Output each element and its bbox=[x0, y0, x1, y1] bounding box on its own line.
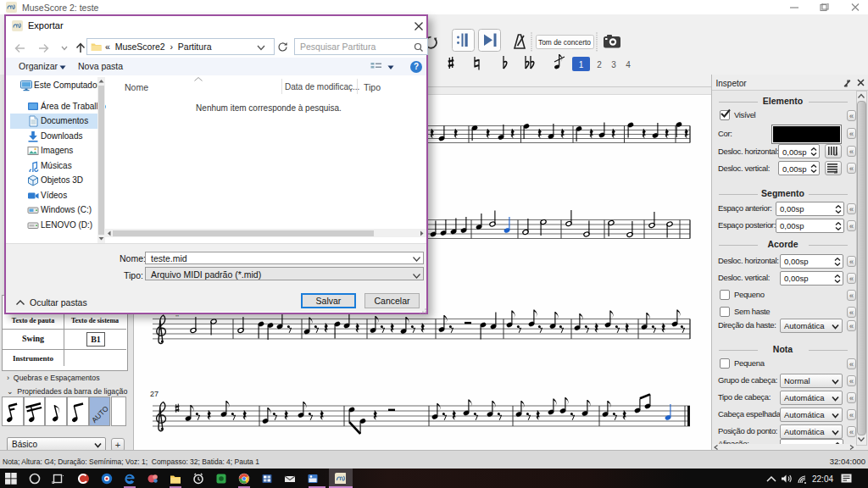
svg-text:2: 2 bbox=[597, 60, 602, 69]
svg-text:4: 4 bbox=[626, 60, 631, 69]
svg-text:3: 3 bbox=[611, 60, 616, 69]
svg-text:Tom de concerto: Tom de concerto bbox=[538, 38, 591, 47]
svg-text:27: 27 bbox=[150, 390, 159, 398]
svg-text:1: 1 bbox=[579, 60, 584, 69]
